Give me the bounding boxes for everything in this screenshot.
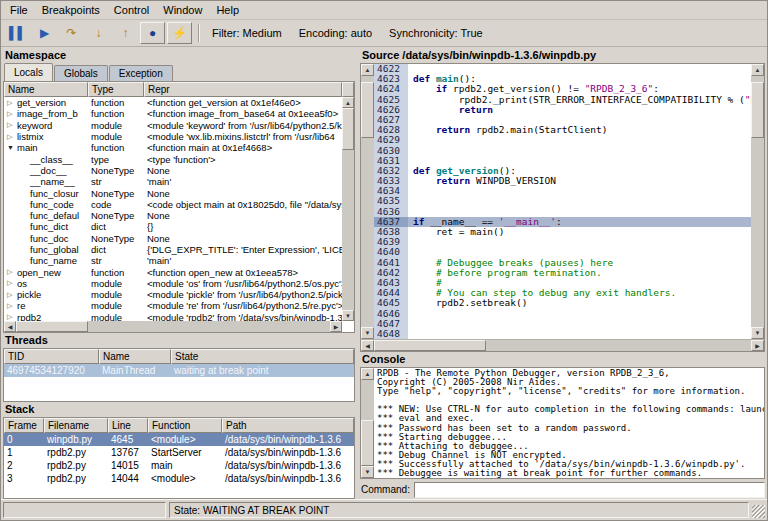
- filter-toggle-button[interactable]: Filter: Medium: [208, 27, 295, 39]
- namespace-row[interactable]: func_codecode<code object main at 0x1802…: [4, 199, 342, 210]
- tab-exception[interactable]: Exception: [109, 65, 173, 81]
- scrollbar-thumb[interactable]: [374, 340, 486, 351]
- scrollbar-track[interactable]: [751, 76, 764, 327]
- stack-row[interactable]: 2rpdb2.py14015main/data/sys/bin/winpdb-1…: [4, 459, 354, 472]
- scroll-right-icon[interactable]: [330, 321, 342, 332]
- source-left-scrollbar[interactable]: [361, 64, 374, 339]
- tree-collapsed-icon[interactable]: [7, 279, 17, 287]
- menu-item-file[interactable]: File: [3, 2, 35, 18]
- tree-collapsed-icon[interactable]: [7, 302, 17, 310]
- namespace-row[interactable]: picklemodule<module 'pickle' from '/usr/…: [4, 289, 342, 300]
- tab-locals[interactable]: Locals: [4, 63, 53, 81]
- namespace-row[interactable]: func_globaldict{'DLG_EXPR_TITLE': 'Enter…: [4, 244, 342, 255]
- column-header-name[interactable]: Name: [99, 349, 171, 364]
- scroll-left-icon[interactable]: [361, 340, 374, 351]
- namespace-row[interactable]: __doc__NoneTypeNone: [4, 165, 342, 176]
- step-out-button[interactable]: ↑: [113, 22, 138, 44]
- scrollbar-track[interactable]: [361, 76, 374, 327]
- column-header-name[interactable]: Name: [4, 82, 88, 97]
- namespace-row[interactable]: func_dictdict{}: [4, 221, 342, 232]
- stack-row[interactable]: 3rpdb2.py14044<module>/data/sys/bin/winp…: [4, 472, 354, 485]
- namespace-row[interactable]: osmodule<module 'os' from '/usr/lib64/py…: [4, 278, 342, 289]
- namespace-row[interactable]: __class__type<type 'function'>: [4, 153, 342, 164]
- break-button[interactable]: ▌▌: [5, 22, 30, 44]
- column-header-filename[interactable]: Filename: [44, 418, 108, 433]
- menu-item-help[interactable]: Help: [209, 2, 246, 18]
- step-over-button[interactable]: ↷: [59, 22, 84, 44]
- namespace-row[interactable]: keywordmodule<module 'keyword' from '/us…: [4, 120, 342, 131]
- namespace-row[interactable]: func_closurNoneTypeNone: [4, 187, 342, 198]
- scroll-up-icon[interactable]: [361, 64, 374, 76]
- console-output[interactable]: RPDB - The Remote Python Debugger, versi…: [374, 368, 764, 478]
- toggle-breakpoint-button[interactable]: ●: [140, 22, 165, 44]
- column-header-repr[interactable]: Repr: [144, 82, 342, 97]
- column-header-function[interactable]: Function: [148, 418, 222, 433]
- scrollbar-thumb[interactable]: [751, 82, 764, 138]
- tree-collapsed-icon[interactable]: [7, 291, 17, 299]
- tree-collapsed-icon[interactable]: [7, 110, 17, 118]
- source-right-scrollbar[interactable]: [751, 64, 764, 339]
- scroll-down-icon[interactable]: [361, 327, 374, 339]
- line-number: 4629: [374, 135, 408, 145]
- namespace-row[interactable]: func_defaulNoneTypeNone: [4, 210, 342, 221]
- menu-item-window[interactable]: Window: [156, 2, 209, 18]
- column-header-frame[interactable]: Frame: [4, 418, 44, 433]
- encoding-toggle-button[interactable]: Encoding: auto: [295, 27, 385, 39]
- namespace-row[interactable]: func_docNoneTypeNone: [4, 233, 342, 244]
- scrollbar-track[interactable]: [361, 380, 374, 466]
- namespace-row[interactable]: open_newfunction<function open_new at 0x…: [4, 266, 342, 277]
- scroll-up-icon[interactable]: [361, 368, 374, 380]
- tab-globals[interactable]: Globals: [54, 65, 108, 81]
- tree-collapsed-icon[interactable]: [7, 313, 17, 321]
- menu-item-control[interactable]: Control: [107, 2, 156, 18]
- scroll-left-icon[interactable]: [4, 321, 16, 332]
- scrollbar-track[interactable]: [342, 108, 354, 310]
- namespace-row[interactable]: func_namestr'main': [4, 255, 342, 266]
- namespace-row[interactable]: __name__str'main': [4, 176, 342, 187]
- scroll-up-icon[interactable]: [751, 64, 764, 76]
- namespace-row[interactable]: rpdb2module<module 'rpdb2' from '/data/s…: [4, 312, 342, 321]
- namespace-row[interactable]: mainfunction<function main at 0x1ef4668>: [4, 142, 342, 153]
- scrollbar-thumb[interactable]: [16, 321, 88, 332]
- synchronicity-toggle-button[interactable]: Synchronicity: True: [385, 27, 496, 39]
- exception-button[interactable]: ⚡: [167, 22, 192, 44]
- scroll-right-icon[interactable]: [751, 340, 764, 351]
- scroll-down-icon[interactable]: [342, 310, 354, 321]
- tree-collapsed-icon[interactable]: [7, 268, 17, 276]
- thread-row[interactable]: 46974534127920MainThreadwaiting at break…: [4, 364, 354, 377]
- namespace-row[interactable]: listmixmodule<module 'wx.lib.mixins.list…: [4, 131, 342, 142]
- scrollbar-thumb[interactable]: [361, 420, 374, 466]
- source-lines[interactable]: 46224623def main():4624 if rpdb2.get_ver…: [374, 64, 751, 339]
- console-scrollbar[interactable]: [361, 368, 374, 478]
- namespace-vscrollbar[interactable]: [342, 97, 354, 321]
- tree-collapsed-icon[interactable]: [7, 121, 17, 129]
- scrollbar-thumb[interactable]: [361, 82, 374, 138]
- tree-collapsed-icon[interactable]: [7, 99, 17, 107]
- column-header-type[interactable]: Type: [88, 82, 144, 97]
- cell-name: keyword: [4, 120, 88, 131]
- namespace-row[interactable]: get_versionfunction<function get_version…: [4, 97, 342, 108]
- scrollbar-track[interactable]: [16, 321, 330, 332]
- stack-row[interactable]: 0winpdb.py4645<module>/data/sys/bin/winp…: [4, 433, 354, 446]
- scrollbar-thumb[interactable]: [342, 108, 354, 150]
- source-hscrollbar[interactable]: [360, 339, 765, 352]
- scrollbar-track[interactable]: [374, 340, 751, 351]
- scroll-up-icon[interactable]: [342, 97, 354, 108]
- menu-item-breakpoints[interactable]: Breakpoints: [35, 2, 107, 18]
- tree-expanded-icon[interactable]: [7, 144, 17, 151]
- namespace-row[interactable]: image_from_bfunction<function image_from…: [4, 108, 342, 119]
- go-button[interactable]: ▶: [32, 22, 57, 44]
- stack-row[interactable]: 1rpdb2.py13767StartServer/data/sys/bin/w…: [4, 446, 354, 459]
- column-header-path[interactable]: Path: [222, 418, 354, 433]
- column-header-tid[interactable]: TID: [4, 349, 99, 364]
- resize-grip[interactable]: [752, 505, 765, 518]
- namespace-row[interactable]: remodule<module 're' from '/usr/lib64/py…: [4, 300, 342, 311]
- step-into-button[interactable]: ↓: [86, 22, 111, 44]
- column-header-state[interactable]: State: [171, 349, 354, 364]
- tree-collapsed-icon[interactable]: [7, 133, 17, 141]
- command-input[interactable]: [414, 482, 765, 498]
- scroll-down-icon[interactable]: [361, 466, 374, 478]
- namespace-hscrollbar[interactable]: [4, 321, 342, 332]
- scroll-down-icon[interactable]: [751, 327, 764, 339]
- column-header-line[interactable]: Line: [108, 418, 148, 433]
